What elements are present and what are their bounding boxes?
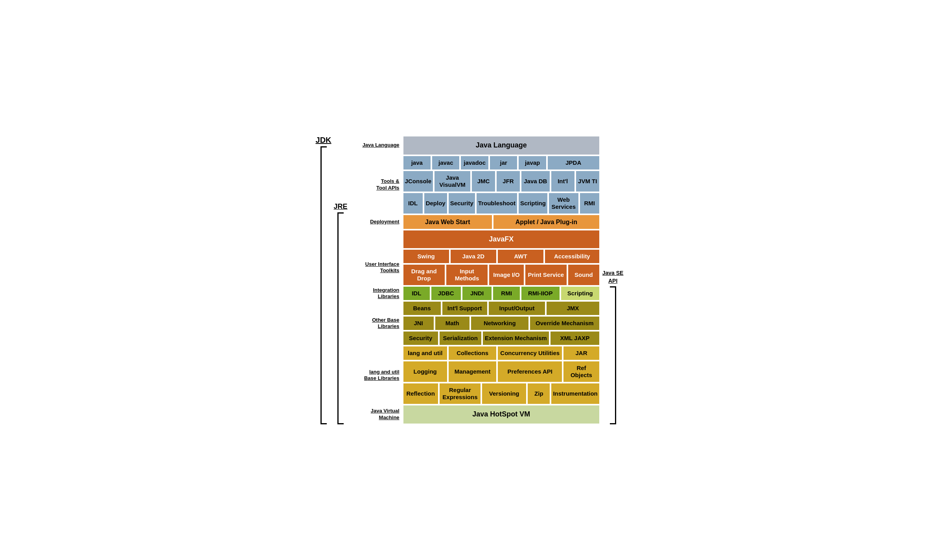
tool-scripting: Scripting: [518, 192, 548, 214]
ui-accessibility: Accessibility: [544, 249, 600, 264]
tool-intl: Int'l: [551, 170, 575, 192]
ob-math: Math: [435, 316, 470, 331]
ob-jni: JNI: [403, 316, 435, 331]
jvm-cell: Java HotSpot VM: [403, 405, 600, 424]
tool-idl: IDL: [403, 192, 423, 214]
deployment-row: Deployment Java Web Start Applet / Java …: [352, 214, 600, 230]
lu-langutil: lang and util: [403, 346, 448, 361]
tool-javac: javac: [431, 155, 460, 170]
lang-util-label: lang and utilBase Libraries: [352, 346, 403, 405]
ui-printservice: Print Service: [525, 264, 567, 286]
ui-imageio: Image I/O: [488, 264, 525, 286]
ob-override: Override Mechanism: [529, 316, 600, 331]
int-jndi: JNDI: [462, 286, 493, 301]
diagram-container: JDK JRE Java Language Java Language Tool…: [316, 136, 624, 424]
ob-jmx: JMX: [546, 301, 600, 316]
integration-row: IntegrationLibraries IDL JDBC JNDI RMI R…: [352, 286, 600, 301]
int-rmi: RMI: [492, 286, 520, 301]
tool-troubleshoot: Troubleshoot: [476, 192, 518, 214]
tool-jpda: JPDA: [547, 155, 600, 170]
int-scripting: Scripting: [560, 286, 600, 301]
deployment-webstart: Java Web Start: [403, 214, 493, 230]
other-base-row: Other BaseLibraries Beans Int'l Support …: [352, 301, 600, 346]
ob-networking: Networking: [470, 316, 529, 331]
jvm-label: Java VirtualMachine: [352, 405, 403, 424]
tool-java: java: [403, 155, 431, 170]
ui-sound: Sound: [567, 264, 600, 286]
lang-util-row: lang and utilBase Libraries lang and uti…: [352, 346, 600, 405]
ob-serialization: Serialization: [439, 331, 482, 346]
main-diagram: Java Language Java Language Tools &Tool …: [352, 136, 600, 424]
tool-javadb: Java DB: [521, 170, 551, 192]
tool-jvmti: JVM TI: [575, 170, 600, 192]
jre-label: JRE: [334, 203, 348, 211]
tool-jfr: JFR: [496, 170, 521, 192]
lu-logging: Logging: [403, 361, 448, 383]
lu-reflection: Reflection: [403, 383, 439, 405]
api-label: Java SEAPI: [602, 269, 624, 285]
java-language-row: Java Language Java Language: [352, 136, 600, 155]
tool-deploy: Deploy: [423, 192, 448, 214]
tool-rmi: RMI: [579, 192, 600, 214]
deployment-label: Deployment: [352, 214, 403, 230]
java-language-label: Java Language: [352, 136, 403, 155]
tool-javap: javap: [518, 155, 547, 170]
lu-management: Management: [448, 361, 497, 383]
javafx-label: [352, 230, 403, 249]
lu-preferences: Preferences API: [497, 361, 563, 383]
tool-jconsole: JConsole: [403, 170, 434, 192]
integration-label: IntegrationLibraries: [352, 286, 403, 301]
lu-collections: Collections: [448, 346, 497, 361]
jvm-row: Java VirtualMachine Java HotSpot VM: [352, 405, 600, 424]
other-base-label: Other BaseLibraries: [352, 301, 403, 346]
lu-jar: JAR: [563, 346, 600, 361]
ui-toolkits-label: User InterfaceToolkits: [352, 249, 403, 286]
ob-intlsupport: Int'l Support: [442, 301, 488, 316]
tool-security: Security: [448, 192, 476, 214]
deployment-applet: Applet / Java Plug-in: [493, 214, 600, 230]
int-idl: IDL: [403, 286, 431, 301]
tools-label: Tools &Tool APIs: [352, 155, 403, 214]
ui-toolkits-row: User InterfaceToolkits Swing Java 2D AWT…: [352, 249, 600, 286]
tool-jmc: JMC: [471, 170, 496, 192]
lu-concurrency: Concurrency Utilities: [497, 346, 563, 361]
tool-webservices: Web Services: [548, 192, 579, 214]
ob-extension: Extension Mechanism: [482, 331, 550, 346]
lu-zip: Zip: [527, 383, 551, 405]
ob-beans: Beans: [403, 301, 442, 316]
ui-java2d: Java 2D: [450, 249, 497, 264]
ui-awt: AWT: [497, 249, 544, 264]
tool-jvisualvm: Java VisualVM: [434, 170, 471, 192]
ob-xmljaxp: XML JAXP: [550, 331, 600, 346]
ob-security: Security: [403, 331, 439, 346]
ob-inputoutput: Input/Output: [488, 301, 546, 316]
lu-versioning: Versioning: [481, 383, 527, 405]
tool-jar: jar: [489, 155, 518, 170]
lu-regex: Regular Expressions: [439, 383, 481, 405]
javafx-cell: JavaFX: [403, 230, 600, 249]
ui-inputmethods: Input Methods: [446, 264, 488, 286]
ui-swing: Swing: [403, 249, 450, 264]
lu-refobjects: Ref Objects: [563, 361, 600, 383]
tool-javadoc: javadoc: [460, 155, 489, 170]
int-jdbc: JDBC: [431, 286, 462, 301]
javafx-row: JavaFX: [352, 230, 600, 249]
tools-row: Tools &Tool APIs java javac javadoc jar …: [352, 155, 600, 214]
ui-draganddrop: Drag and Drop: [403, 264, 446, 286]
lu-instrumentation: Instrumentation: [551, 383, 600, 405]
int-rmiiiop: RMI-IIOP: [521, 286, 560, 301]
jdk-label: JDK: [316, 136, 331, 145]
java-language-cell: Java Language: [403, 136, 600, 155]
